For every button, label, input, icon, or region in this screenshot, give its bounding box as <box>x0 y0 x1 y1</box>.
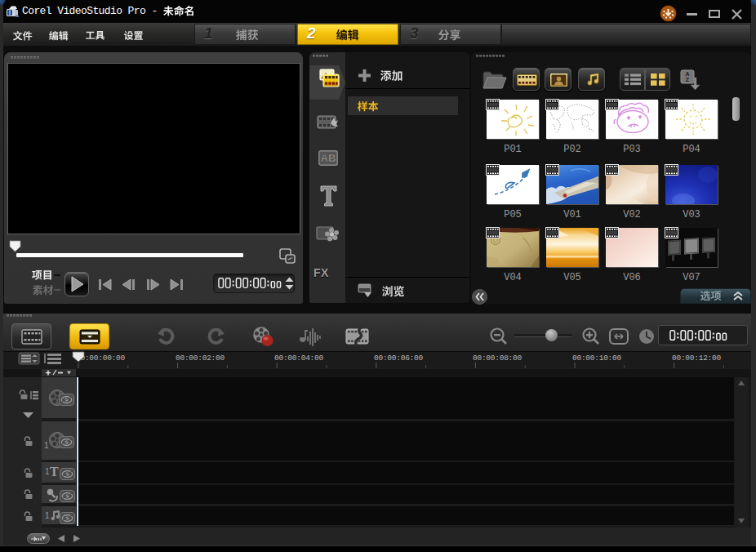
svg-text:A: A <box>685 71 689 77</box>
svg-text:AB: AB <box>321 152 336 164</box>
svg-text:Z: Z <box>686 77 690 82</box>
